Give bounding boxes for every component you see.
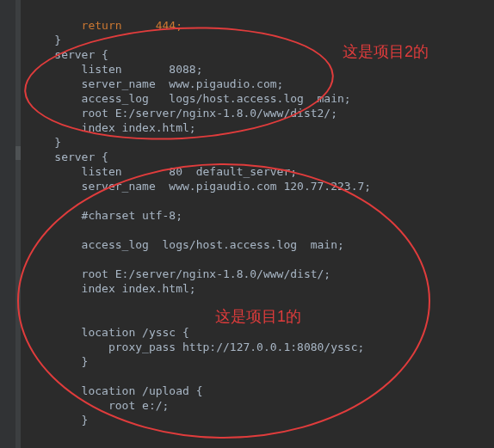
code-line: server_name www.pigaudio.com 120.77.223.… bbox=[28, 180, 371, 193]
code-line: access_log logs/host.access.log main; bbox=[28, 238, 344, 251]
code-line: listen 80 default_server; bbox=[28, 165, 297, 178]
code-line: #charset utf-8; bbox=[28, 209, 182, 222]
code-editor[interactable]: return 444; } server { listen 8088; serv… bbox=[0, 0, 494, 448]
code-line: } bbox=[28, 355, 88, 368]
code-line: } bbox=[28, 136, 61, 149]
code-line: } bbox=[28, 34, 61, 46]
code-line: root E:/server/nginx-1.8.0/www/dist/; bbox=[28, 267, 330, 280]
code-line: proxy_pass http://127.0.0.1:8080/yssc; bbox=[28, 341, 364, 353]
code-content[interactable]: return 444; } server { listen 8088; serv… bbox=[21, 0, 371, 448]
annotation-label-2: 这是项目1的 bbox=[215, 306, 301, 327]
code-line: access_log logs/host.access.log main; bbox=[28, 92, 351, 105]
annotation-label-1: 这是项目2的 bbox=[343, 41, 429, 62]
code-line: index index.html; bbox=[28, 121, 196, 134]
code-line: return 444; bbox=[28, 19, 182, 32]
line-gutter bbox=[0, 0, 15, 448]
code-line: root e:/; bbox=[28, 399, 169, 412]
code-line: server { bbox=[28, 150, 108, 163]
code-line: location /upload { bbox=[28, 384, 203, 397]
code-line: } bbox=[28, 414, 88, 427]
code-line: server_name www.pigaudio.com; bbox=[28, 77, 283, 90]
code-line: location /yssc { bbox=[28, 326, 189, 339]
code-line: server { bbox=[28, 48, 108, 61]
code-line: index index.html; bbox=[28, 282, 196, 295]
code-line: listen 8088; bbox=[28, 63, 203, 76]
code-line: root E:/server/nginx-1.8.0/www/dist2/; bbox=[28, 107, 337, 120]
